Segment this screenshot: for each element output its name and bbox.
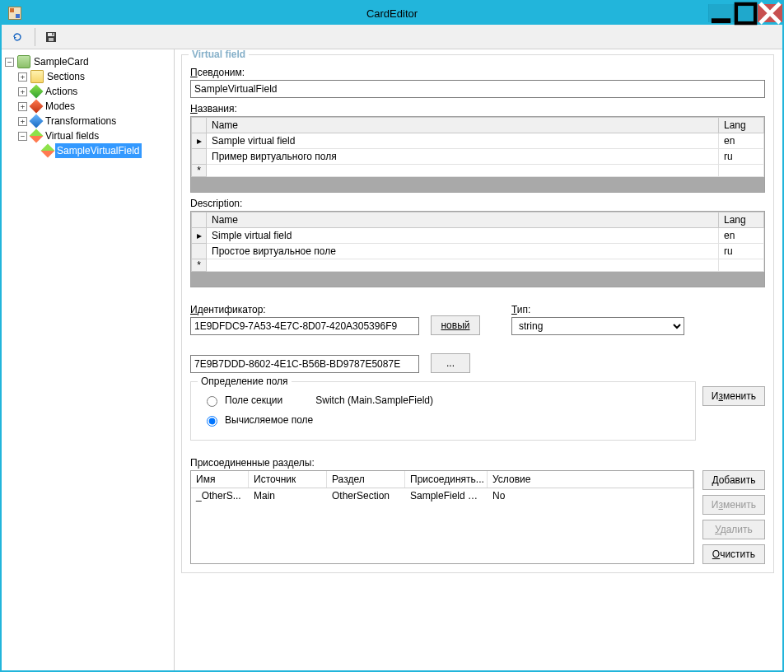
grid-new-row[interactable]: * bbox=[192, 165, 764, 177]
col-cond[interactable]: Условие bbox=[488, 471, 693, 488]
alias-label: Псевдоним: bbox=[190, 67, 765, 78]
save-button[interactable] bbox=[40, 28, 62, 46]
grid-new-row[interactable]: * bbox=[192, 259, 764, 272]
tree-root[interactable]: − SampleCard bbox=[5, 54, 170, 69]
alias-input[interactable] bbox=[190, 80, 765, 98]
joined-sections-list[interactable]: Имя Источник Раздел Присоединять... Усло… bbox=[190, 470, 694, 564]
tree-sections[interactable]: + Sections bbox=[18, 69, 170, 84]
tree-pane[interactable]: − SampleCard + Sections + bbox=[2, 49, 175, 670]
tree-virtual-item[interactable]: SampleVirtualField bbox=[31, 143, 170, 158]
refresh-button[interactable] bbox=[7, 28, 28, 46]
main-area: − SampleCard + Sections + bbox=[2, 49, 782, 670]
expand-toggle[interactable]: − bbox=[5, 58, 14, 67]
definition-legend: Определение поля bbox=[198, 376, 292, 387]
col-name[interactable]: Name bbox=[207, 212, 719, 228]
svg-rect-5 bbox=[52, 33, 54, 35]
expand-toggle[interactable]: − bbox=[18, 132, 27, 141]
expand-toggle[interactable]: + bbox=[18, 72, 27, 82]
grid-row[interactable]: ▸ Simple virtual field en bbox=[192, 228, 764, 244]
list-row[interactable]: _OtherS... Main OtherSection SampleField… bbox=[191, 488, 693, 503]
radio-label: Вычисляемое поле bbox=[225, 414, 313, 426]
col-join[interactable]: Присоединять... bbox=[405, 471, 488, 488]
folder-icon bbox=[30, 70, 44, 83]
id-input[interactable] bbox=[190, 317, 419, 335]
delete-section-button[interactable]: Удалить bbox=[702, 520, 765, 539]
svg-rect-4 bbox=[49, 38, 54, 41]
diamond-icon bbox=[41, 144, 55, 158]
grid-row[interactable]: Простое виртуальное поле ru bbox=[192, 244, 764, 259]
browse-button[interactable]: ... bbox=[431, 353, 470, 373]
type-select[interactable]: string bbox=[511, 317, 684, 335]
window-title: CardEditor bbox=[2, 7, 782, 20]
edit-section-button[interactable]: Изменить bbox=[702, 495, 765, 515]
desc-label: Description: bbox=[190, 198, 765, 209]
clear-sections-button[interactable]: Очистить bbox=[702, 544, 765, 564]
titlebar: CardEditor bbox=[2, 2, 782, 25]
id-label: Идентификатор: bbox=[190, 304, 419, 315]
col-section[interactable]: Раздел bbox=[327, 471, 405, 488]
tree-transformations[interactable]: + Transformations bbox=[18, 114, 170, 128]
radio-section-field[interactable]: Поле секции bbox=[203, 394, 282, 407]
grid-row[interactable]: Пример виртуального поля ru bbox=[192, 149, 764, 165]
grid-row[interactable]: ▸ Sample virtual field en bbox=[192, 133, 764, 149]
tree-virtual-fields[interactable]: − Virtual fields bbox=[18, 128, 170, 143]
desc-grid[interactable]: Name Lang ▸ Simple virtual field en Прос… bbox=[190, 211, 765, 287]
expand-toggle[interactable]: + bbox=[18, 102, 27, 111]
type-label: Тип: bbox=[511, 304, 684, 315]
virtual-field-group: Virtual field Псевдоним: Названия: Name … bbox=[181, 54, 774, 573]
toolbar bbox=[2, 25, 782, 49]
col-lang[interactable]: Lang bbox=[719, 212, 764, 228]
col-source[interactable]: Источник bbox=[249, 471, 327, 488]
names-grid[interactable]: Name Lang ▸ Sample virtual field en Прим… bbox=[190, 116, 765, 193]
radio-calculated-field[interactable]: Вычисляемое поле bbox=[203, 413, 684, 427]
edit-definition-button[interactable]: Изменить bbox=[702, 386, 765, 406]
diamond-icon bbox=[30, 114, 44, 128]
add-section-button[interactable]: Добавить bbox=[702, 470, 765, 490]
definition-group: Определение поля Поле секции Switch (Mai… bbox=[190, 381, 696, 441]
id2-input[interactable] bbox=[190, 355, 419, 373]
joined-label: Присоединенные разделы: bbox=[190, 457, 765, 469]
col-name[interactable]: Имя bbox=[191, 471, 249, 488]
definition-text: Switch (Main.SampleField) bbox=[315, 394, 433, 406]
diamond-icon bbox=[30, 129, 44, 143]
names-label: Названия: bbox=[190, 103, 765, 114]
tree-modes[interactable]: + Modes bbox=[18, 99, 170, 114]
tree-actions[interactable]: + Actions bbox=[18, 84, 170, 99]
col-lang[interactable]: Lang bbox=[719, 118, 764, 133]
content-pane: Virtual field Псевдоним: Названия: Name … bbox=[175, 49, 782, 670]
radio-label: Поле секции bbox=[225, 394, 282, 406]
card-icon bbox=[17, 55, 30, 68]
expand-toggle[interactable]: + bbox=[18, 87, 27, 96]
new-id-button[interactable]: новый bbox=[431, 315, 480, 335]
group-title: Virtual field bbox=[189, 49, 249, 60]
expand-toggle[interactable]: + bbox=[18, 117, 27, 126]
col-name[interactable]: Name bbox=[207, 118, 719, 133]
diamond-icon bbox=[30, 100, 44, 114]
app-window: CardEditor bbox=[0, 0, 784, 672]
toolbar-separator bbox=[35, 28, 35, 46]
diamond-icon bbox=[30, 85, 44, 99]
